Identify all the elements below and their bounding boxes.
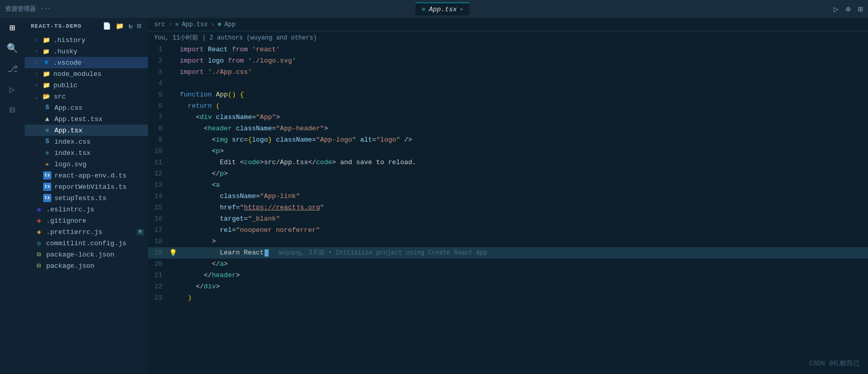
sidebar-item-public[interactable]: › 📁 public [25, 80, 148, 91]
sidebar-item-vscode[interactable]: › ■ .vscode [25, 57, 148, 68]
settings-icon[interactable]: ⊕ [846, 4, 851, 14]
ts-icon: ts [43, 171, 51, 180]
css-icon: S [43, 137, 51, 146]
code-line[interactable]: href="https://reactjs.org" [178, 202, 868, 213]
ts-icon: ts [43, 194, 51, 202]
folder-icon: 📁 [42, 47, 50, 55]
prettier-icon: ◈ [35, 228, 43, 236]
collapse-icon[interactable]: ⊟ [137, 22, 142, 30]
sidebar-item-eslint[interactable]: ◉ .eslintrc.js [25, 204, 148, 215]
ts-icon: ts [43, 183, 51, 191]
code-line[interactable]: Edit <code>src/App.tsx</code> and save t… [178, 157, 868, 168]
css-icon: S [43, 104, 51, 112]
code-line[interactable]: Learn Reactwuyang, 3天前 • Initialize proj… [178, 247, 868, 259]
git-icon[interactable]: ⎇ [7, 63, 18, 74]
modified-badge: M [137, 229, 144, 235]
breadcrumb-app-tsx: App.tsx [182, 21, 207, 28]
tab-close-icon[interactable]: ✕ [460, 6, 463, 12]
table-row: 18 > [148, 236, 868, 247]
code-editor[interactable]: 1 import React from 'react' 2 import log… [148, 44, 868, 374]
code-line[interactable]: <img src={logo} className="App-logo" alt… [178, 134, 868, 146]
code-line[interactable]: </header> [178, 270, 868, 281]
new-file-icon[interactable]: 📄 [103, 22, 111, 30]
code-table: 1 import React from 'react' 2 import log… [148, 44, 868, 304]
code-line[interactable]: import logo from './logo.svg' [178, 55, 868, 67]
gutter-icon [168, 191, 178, 202]
sidebar-item-app-test[interactable]: ▲ App.test.tsx [25, 113, 148, 125]
gutter-icon [168, 202, 178, 213]
sidebar-item-node-modules[interactable]: › 📁 node_modules [25, 68, 148, 80]
refresh-icon[interactable]: ↻ [128, 22, 133, 30]
code-line[interactable]: import React from 'react' [178, 44, 868, 55]
breadcrumb-sep2: › [211, 21, 214, 28]
sidebar-item-prettier[interactable]: ◈ .prettierrc.js M [25, 226, 148, 238]
sidebar-item-package-json[interactable]: ⊟ package.json [25, 260, 148, 271]
code-line[interactable]: <a [178, 180, 868, 191]
explorer-label: 资源管理器 [5, 5, 36, 13]
sidebar-item-src[interactable]: ⌄ 📂 src [25, 91, 148, 102]
line-number: 16 [148, 213, 168, 225]
sidebar-item-app-tsx[interactable]: ⚛ App.tsx [25, 125, 148, 136]
menu-dots[interactable]: ··· [40, 6, 51, 13]
sidebar-item-app-css[interactable]: S App.css [25, 102, 148, 113]
code-line[interactable]: </div> [178, 281, 868, 292]
code-line[interactable]: </p> [178, 168, 868, 180]
code-line[interactable]: return ( [178, 101, 868, 112]
sidebar-item-label: commitlint.config.js [46, 240, 126, 247]
sidebar-item-commitlint[interactable]: ◎ commitlint.config.js [25, 238, 148, 249]
code-line[interactable]: function App() { [178, 89, 868, 101]
explorer-icon[interactable]: ⊞ [10, 22, 15, 33]
folder-open-icon: 📂 [43, 92, 51, 101]
sidebar: REACT-TS-DEMO 📄 📁 ↻ ⊟ › 📁 .history › 📁 .… [25, 18, 148, 374]
extensions-icon[interactable]: ⊟ [10, 104, 15, 115]
play-icon[interactable]: ▷ [834, 4, 839, 14]
sidebar-item-index-css[interactable]: S index.css [25, 136, 148, 147]
new-folder-icon[interactable]: 📁 [116, 22, 124, 30]
layout-icon[interactable]: ⊞ [858, 4, 863, 14]
sidebar-item-package-lock[interactable]: ⊟ package-lock.json [25, 249, 148, 260]
sidebar-item-report-web[interactable]: ts reportWebVitals.ts [25, 181, 148, 192]
code-line[interactable]: </a> [178, 259, 868, 270]
tab-apptsx[interactable]: ⚛ App.tsx ✕ [416, 3, 469, 15]
code-line[interactable]: rel="noopener noreferrer" [178, 225, 868, 236]
code-line[interactable]: <p> [178, 146, 868, 157]
git-icon: ◈ [35, 216, 43, 225]
code-line[interactable]: <header className="App-header"> [178, 123, 868, 134]
sidebar-title: REACT-TS-DEMO 📄 📁 ↻ ⊟ [25, 18, 148, 34]
sidebar-item-husky[interactable]: › 📁 .husky [25, 46, 148, 57]
table-row: 21 </header> [148, 270, 868, 281]
search-icon[interactable]: 🔍 [7, 43, 18, 54]
activity-bar: ⊞ 🔍 ⎇ ▷ ⊟ [0, 18, 25, 374]
sidebar-item-gitignore[interactable]: ◈ .gitignore [25, 215, 148, 226]
sidebar-item-history[interactable]: › 📁 .history [25, 34, 148, 46]
chevron-icon: › [35, 49, 38, 54]
table-row: 13 <a [148, 180, 868, 191]
sidebar-item-setup-tests[interactable]: ts setupTests.ts [25, 192, 148, 204]
sidebar-item-react-env[interactable]: ts react-app-env.d.ts [25, 170, 148, 181]
code-line[interactable]: <div className="App"> [178, 112, 868, 123]
react-icon: ⚛ [43, 126, 51, 134]
svg-icon: ✳ [43, 160, 51, 168]
chevron-icon: › [35, 60, 38, 66]
gutter-icon [168, 101, 178, 112]
gutter-icon [168, 89, 178, 101]
folder-icon: 📁 [42, 70, 50, 78]
chevron-icon: › [35, 71, 38, 77]
code-line[interactable] [178, 78, 868, 89]
table-row: 12 </p> [148, 168, 868, 180]
sidebar-item-logo-svg[interactable]: ✳ logo.svg [25, 159, 148, 170]
sidebar-item-index-tsx[interactable]: ⚛ index.tsx [25, 147, 148, 159]
tab-label: App.tsx [429, 6, 457, 13]
breadcrumb-src: src [154, 21, 165, 28]
code-line[interactable]: > [178, 236, 868, 247]
code-line[interactable]: target="_blank" [178, 213, 868, 225]
breadcrumb-app-tsx-icon: ⚛ [175, 21, 179, 28]
gutter-icon [168, 146, 178, 157]
tab-icon: ⚛ [422, 5, 426, 13]
code-line[interactable]: import './App.css' [178, 67, 868, 78]
code-line[interactable]: ) [178, 292, 868, 304]
table-row: 23 ) [148, 292, 868, 304]
line-number: 17 [148, 225, 168, 236]
code-line[interactable]: className="App-link" [178, 191, 868, 202]
debug-icon[interactable]: ▷ [10, 84, 15, 95]
